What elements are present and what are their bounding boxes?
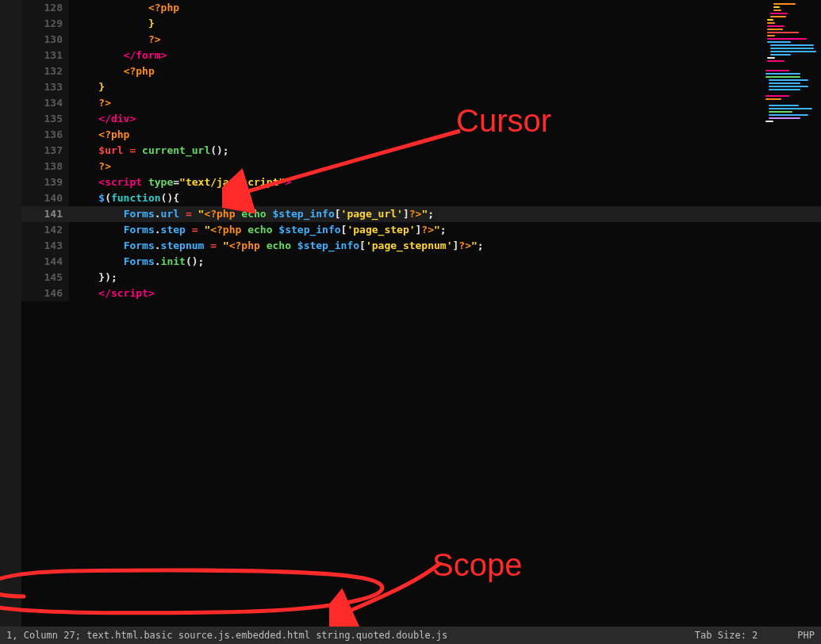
line-number: 143 — [21, 238, 69, 254]
line-number: 135 — [21, 111, 69, 127]
line-content[interactable]: $(function(){ — [69, 190, 821, 206]
line-number: 129 — [21, 16, 69, 32]
code-line[interactable]: 143 Forms.stepnum = "<?php echo $step_in… — [21, 238, 821, 254]
code-line[interactable]: 135 </div> — [21, 111, 821, 127]
statusbar-tab-size[interactable]: Tab Size: 2 — [695, 630, 758, 641]
line-content[interactable]: </script> — [69, 286, 821, 301]
code-line[interactable]: 146 </script> — [21, 286, 821, 301]
line-number: 145 — [21, 270, 69, 286]
line-number: 138 — [21, 159, 69, 174]
line-content[interactable]: } — [69, 79, 821, 95]
line-number: 128 — [21, 0, 69, 16]
code-line[interactable]: 144 Forms.init(); — [21, 254, 821, 270]
line-number: 134 — [21, 95, 69, 111]
line-number: 130 — [21, 32, 69, 48]
code-line[interactable]: 137 $url = current_url(); — [21, 143, 821, 159]
code-line[interactable]: 141 Forms.url = "<?php echo $step_info['… — [21, 206, 821, 222]
code-area[interactable]: 128 <?php129 }130 ?>131 </form>132 <?php… — [21, 0, 821, 609]
line-number: 132 — [21, 63, 69, 79]
code-line[interactable]: 140 $(function(){ — [21, 190, 821, 206]
line-content[interactable]: </form> — [69, 48, 821, 63]
line-number: 146 — [21, 286, 69, 301]
line-number: 142 — [21, 222, 69, 238]
line-content[interactable]: Forms.stepnum = "<?php echo $step_info['… — [69, 238, 821, 254]
line-content[interactable]: $url = current_url(); — [69, 143, 821, 159]
code-line[interactable]: 129 } — [21, 16, 821, 32]
code-line[interactable]: 134 ?> — [21, 95, 821, 111]
code-line[interactable]: 138 ?> — [21, 159, 821, 174]
line-number: 139 — [21, 174, 69, 190]
code-line[interactable]: 145 }); — [21, 270, 821, 286]
code-line[interactable]: 139 <script type="text/javascript"> — [21, 174, 821, 190]
line-content[interactable]: <?php — [69, 127, 821, 143]
line-number: 144 — [21, 254, 69, 270]
code-line[interactable]: 142 Forms.step = "<?php echo $step_info[… — [21, 222, 821, 238]
line-content[interactable]: }); — [69, 270, 821, 286]
code-line[interactable]: 132 <?php — [21, 63, 821, 79]
left-gutter — [0, 0, 21, 627]
code-line[interactable]: 131 </form> — [21, 48, 821, 63]
line-number: 133 — [21, 79, 69, 95]
line-number: 136 — [21, 127, 69, 143]
editor-root: 128 <?php129 }130 ?>131 </form>132 <?php… — [0, 0, 821, 627]
line-number: 131 — [21, 48, 69, 63]
line-content[interactable]: } — [69, 16, 821, 32]
line-content[interactable]: ?> — [69, 159, 821, 174]
statusbar-position-scope: 1, Column 27; text.html.basic source.js.… — [6, 630, 447, 641]
code-line[interactable]: 128 <?php — [21, 0, 821, 16]
line-number: 140 — [21, 190, 69, 206]
code-line[interactable]: 133 } — [21, 79, 821, 95]
line-content[interactable]: ?> — [69, 95, 821, 111]
line-content[interactable]: ?> — [69, 32, 821, 48]
line-content[interactable]: <?php — [69, 0, 821, 16]
line-content[interactable]: </div> — [69, 111, 821, 127]
line-number: 141 — [21, 206, 69, 222]
code-line[interactable]: 136 <?php — [21, 127, 821, 143]
line-content[interactable]: <?php — [69, 63, 821, 79]
line-content[interactable]: <script type="text/javascript"> — [69, 174, 821, 190]
line-content[interactable]: Forms.url = "<?php echo $step_info['page… — [69, 206, 821, 222]
line-number: 137 — [21, 143, 69, 159]
statusbar-language[interactable]: PHP — [797, 630, 815, 641]
code-line[interactable]: 130 ?> — [21, 32, 821, 48]
line-content[interactable]: Forms.step = "<?php echo $step_info['pag… — [69, 222, 821, 238]
status-bar: 1, Column 27; text.html.basic source.js.… — [0, 627, 821, 644]
line-content[interactable]: Forms.init(); — [69, 254, 821, 270]
